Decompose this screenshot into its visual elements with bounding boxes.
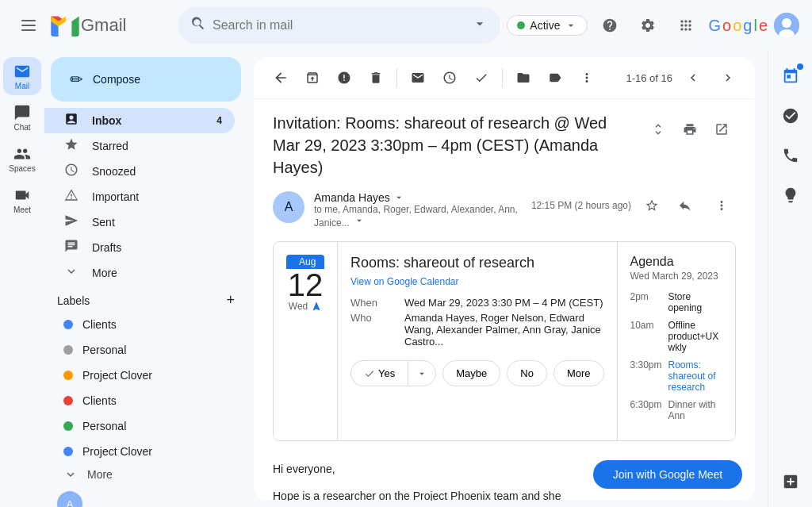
nav-item-more[interactable]: More bbox=[44, 260, 235, 286]
add-label-button[interactable]: + bbox=[226, 292, 235, 309]
search-bar[interactable] bbox=[178, 7, 500, 44]
label-item-project-clover1[interactable]: Project Clover bbox=[44, 363, 235, 388]
nav-item-starred[interactable]: Starred bbox=[44, 133, 235, 159]
task-button[interactable] bbox=[467, 63, 496, 92]
active-label: Active bbox=[530, 19, 560, 32]
labels-more-label: More bbox=[87, 468, 113, 481]
snooze-button[interactable] bbox=[435, 63, 464, 92]
pagination-text: 1-16 of 16 bbox=[626, 72, 672, 84]
mark-unread-button[interactable] bbox=[404, 63, 432, 92]
join-meet-button[interactable]: Join with Google Meet bbox=[593, 460, 742, 489]
search-dropdown-icon[interactable] bbox=[472, 16, 488, 36]
print-button[interactable] bbox=[676, 115, 704, 144]
hamburger-button[interactable] bbox=[13, 10, 44, 41]
expand-collapse-icon[interactable] bbox=[644, 115, 672, 144]
sidebar-nav: ✏ Compose Inbox 4 Starred bbox=[44, 57, 247, 485]
sender-row: A Amanda Hayes to me, Amanda, Roger, Edw… bbox=[254, 185, 755, 235]
label-button[interactable] bbox=[541, 63, 569, 92]
label-item-personal2[interactable]: Personal bbox=[44, 413, 235, 439]
label-item-personal1[interactable]: Personal bbox=[44, 337, 235, 363]
bottom-avatar-avatar1[interactable]: A bbox=[57, 491, 82, 507]
right-sidebar-tasks[interactable] bbox=[772, 97, 810, 135]
prev-page-button[interactable] bbox=[679, 63, 707, 92]
right-sidebar-calendar[interactable] bbox=[772, 57, 810, 95]
settings-button[interactable] bbox=[632, 10, 664, 41]
rsvp-no-button[interactable]: No bbox=[507, 360, 547, 386]
sent-icon bbox=[63, 213, 79, 232]
starred-icon bbox=[63, 137, 79, 156]
sidebar-item-chat[interactable]: Chat bbox=[3, 98, 41, 136]
labels-more-button[interactable]: More bbox=[44, 464, 247, 485]
agenda-event-text: Dinner with Ann bbox=[668, 399, 723, 421]
when-label: When bbox=[350, 297, 398, 309]
back-button[interactable] bbox=[266, 63, 295, 92]
topbar: Gmail Active Google bbox=[0, 0, 812, 51]
label-dot bbox=[63, 447, 73, 456]
svg-rect-2 bbox=[21, 29, 36, 31]
nav-item-inbox[interactable]: Inbox 4 bbox=[44, 108, 235, 133]
archive-button[interactable] bbox=[298, 63, 327, 92]
topbar-logo: Gmail bbox=[13, 10, 171, 41]
compose-button[interactable]: ✏ Compose bbox=[51, 57, 241, 102]
more-sender-button[interactable] bbox=[707, 191, 736, 220]
right-sidebar-contacts[interactable] bbox=[772, 136, 810, 175]
sidebar-item-spaces[interactable]: Spaces bbox=[3, 140, 41, 178]
left-mini-sidebar: Mail Chat Spaces Meet bbox=[0, 51, 44, 507]
nav-inbox-label: Inbox bbox=[92, 114, 121, 127]
sidebar-item-meet[interactable]: Meet bbox=[3, 181, 41, 219]
email-toolbar: 1-16 of 16 bbox=[254, 57, 755, 99]
agenda-event-text: Rooms: shareout of research bbox=[668, 359, 723, 393]
star-button[interactable] bbox=[638, 191, 666, 220]
label-name: Clients bbox=[82, 318, 117, 331]
yes-split-button: Yes bbox=[350, 360, 436, 386]
meet-panel: Join with Google Meet Meeting link meet.… bbox=[580, 447, 755, 501]
when-value: Wed Mar 29, 2023 3:30 PM – 4 PM (CEST) bbox=[404, 297, 604, 309]
nav-item-sent[interactable]: Sent bbox=[44, 209, 235, 235]
cal-event-title: Rooms: shareout of research bbox=[350, 255, 604, 271]
snoozed-icon bbox=[63, 163, 79, 181]
email-body: A Amanda Hayes to me, Amanda, Roger, Edw… bbox=[254, 185, 755, 501]
svg-rect-1 bbox=[21, 25, 36, 26]
label-item-project-clover2[interactable]: Project Clover bbox=[44, 439, 235, 464]
report-button[interactable] bbox=[330, 63, 358, 92]
right-sidebar-keep[interactable] bbox=[772, 176, 810, 214]
right-sidebar-add[interactable] bbox=[772, 463, 810, 501]
topbar-right: Active Google bbox=[507, 10, 799, 41]
active-status[interactable]: Active bbox=[507, 15, 588, 36]
sidebar-chat-label: Chat bbox=[13, 123, 30, 132]
message-body-wrapper: Hi everyone, Hope is a researcher on the… bbox=[254, 447, 755, 501]
agenda-event-text: Store opening bbox=[668, 291, 723, 313]
nav-item-drafts[interactable]: Drafts bbox=[44, 235, 235, 260]
reply-all-button[interactable] bbox=[672, 191, 701, 220]
email-subject-row: Invitation: Rooms: shareout of research … bbox=[254, 99, 755, 185]
rsvp-no-label: No bbox=[520, 367, 534, 379]
more-toolbar-button[interactable] bbox=[573, 63, 601, 92]
user-avatar[interactable] bbox=[774, 13, 799, 38]
sidebar-spaces-label: Spaces bbox=[9, 164, 35, 173]
sender-time-area: 12:15 PM (2 hours ago) bbox=[531, 191, 736, 220]
move-button[interactable] bbox=[509, 63, 538, 92]
search-input[interactable] bbox=[213, 18, 465, 33]
sender-info: Amanda Hayes to me, Amanda, Roger, Edwar… bbox=[314, 191, 522, 229]
nav-item-snoozed[interactable]: Snoozed bbox=[44, 159, 235, 184]
rsvp-yes-dropdown[interactable] bbox=[408, 360, 436, 386]
rsvp-maybe-button[interactable]: Maybe bbox=[442, 360, 500, 386]
next-page-button[interactable] bbox=[714, 63, 742, 92]
help-button[interactable] bbox=[594, 10, 626, 41]
open-in-new-button[interactable] bbox=[707, 115, 736, 144]
label-dot bbox=[63, 396, 73, 405]
message-body: Hi everyone, Hope is a researcher on the… bbox=[254, 447, 580, 501]
view-calendar-link[interactable]: View on Google Calendar bbox=[350, 276, 459, 287]
label-item-clients1[interactable]: Clients bbox=[44, 312, 235, 337]
main-layout: Mail Chat Spaces Meet ✏ Compose bbox=[0, 51, 812, 507]
apps-button[interactable] bbox=[670, 10, 702, 41]
delete-button[interactable] bbox=[362, 63, 390, 92]
label-name: Personal bbox=[82, 420, 126, 432]
rsvp-yes-button[interactable]: Yes bbox=[350, 360, 408, 386]
agenda-event-text: Offline product+UX wkly bbox=[668, 320, 723, 353]
rsvp-more-button[interactable]: More bbox=[553, 360, 604, 386]
sidebar-item-mail[interactable]: Mail bbox=[3, 57, 41, 95]
nav-item-important[interactable]: Important bbox=[44, 184, 235, 209]
label-item-clients2[interactable]: Clients bbox=[44, 388, 235, 413]
more-nav-icon bbox=[63, 264, 79, 282]
